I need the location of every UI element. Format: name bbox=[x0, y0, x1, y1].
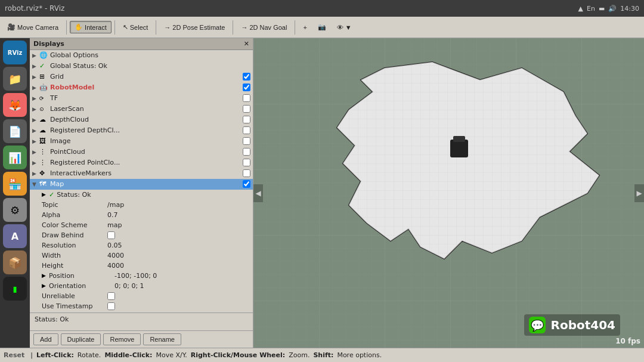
laser-checkbox[interactable] bbox=[243, 105, 250, 113]
volume-icon: 🔊 bbox=[608, 5, 617, 13]
point-cloud-arrow: ▶ bbox=[32, 149, 39, 155]
watermark-text: Robot404 bbox=[550, 318, 615, 332]
reg-depth-icon: ☁ bbox=[39, 126, 49, 134]
displays-tree[interactable]: ▶ 🌐 Global Options ▶ ✓ Global Status: Ok… bbox=[30, 50, 253, 313]
interact-button[interactable]: ✋ Interact bbox=[70, 21, 112, 33]
map-unreliable-checkbox[interactable] bbox=[107, 292, 115, 300]
view-left-arrow[interactable]: ◀ bbox=[253, 184, 263, 202]
image-label: Image bbox=[50, 137, 243, 145]
tree-item-grid[interactable]: ▶ ⊞ Grid bbox=[30, 72, 253, 82]
reg-point-arrow: ▶ bbox=[32, 160, 39, 166]
global-options-label: Global Options bbox=[50, 51, 250, 59]
dock-item-rviz[interactable]: RViz bbox=[3, 41, 27, 64]
map-orientation-key: Orientation bbox=[49, 282, 114, 290]
point-cloud-checkbox[interactable] bbox=[243, 148, 250, 156]
map-status-ok-icon: ✓ bbox=[49, 191, 54, 199]
grid-checkbox[interactable] bbox=[243, 73, 250, 81]
dock-item-terminal[interactable]: ▮ bbox=[3, 277, 27, 301]
dock-item-text[interactable]: 📄 bbox=[3, 119, 27, 143]
dock-item-files[interactable]: 📁 bbox=[3, 67, 27, 91]
3d-view-panel[interactable]: ◀ ▶ 💬 Robot404 10 fps bbox=[253, 38, 644, 348]
extra-tool-button[interactable]: 👁 ▼ bbox=[332, 21, 357, 33]
robot-model-checkbox[interactable] bbox=[243, 83, 250, 91]
map-orientation-val: 0; 0; 0; 1 bbox=[114, 282, 144, 290]
dock-item-firefox[interactable]: 🦊 bbox=[3, 93, 27, 117]
robot-model-icon: 🤖 bbox=[39, 83, 49, 91]
global-status-arrow: ▶ bbox=[32, 63, 39, 69]
dock: RViz 📁 🦊 📄 📊 🏪 ⚙ A 📦 ▮ bbox=[0, 38, 30, 348]
camera-tool-button[interactable]: 📷 bbox=[313, 21, 331, 33]
select-button[interactable]: ↖ Select bbox=[118, 21, 153, 33]
image-checkbox[interactable] bbox=[243, 137, 250, 145]
tf-checkbox[interactable] bbox=[243, 94, 250, 102]
dock-item-package[interactable]: 📦 bbox=[3, 250, 27, 274]
dock-item-spreadsheet[interactable]: 📊 bbox=[3, 146, 27, 169]
move-camera-button[interactable]: 🎥 Move Camera bbox=[2, 21, 63, 33]
laser-label: LaserScan bbox=[50, 105, 243, 113]
fps-counter: 10 fps bbox=[615, 337, 640, 345]
rename-display-button[interactable]: Rename bbox=[143, 333, 181, 345]
nav-goal-button[interactable]: → 2D Nav Goal bbox=[236, 21, 292, 33]
map-status-row[interactable]: ▶ ✓ Status: Ok bbox=[30, 190, 253, 200]
status-text: Status: Ok bbox=[35, 315, 69, 323]
depth-arrow: ▶ bbox=[32, 117, 39, 123]
pose-estimate-button[interactable]: → 2D Pose Estimate bbox=[159, 21, 230, 33]
interactive-icon: ✥ bbox=[39, 169, 49, 177]
tree-item-reg-point[interactable]: ▶ ⋮ Registered PointClo... bbox=[30, 157, 253, 168]
map-unreliable-row: Unreliable bbox=[30, 291, 253, 301]
reg-depth-checkbox[interactable] bbox=[243, 126, 250, 134]
tree-item-robot-model[interactable]: ▶ 🤖 RobotModel bbox=[30, 82, 253, 93]
global-status-label: Global Status: Ok bbox=[50, 62, 250, 70]
right-click-val: Zoom. bbox=[289, 351, 309, 359]
displays-close-button[interactable]: ✕ bbox=[244, 40, 249, 48]
map-draw-behind-checkbox[interactable] bbox=[107, 231, 115, 239]
depth-checkbox[interactable] bbox=[243, 116, 250, 123]
right-click-label: Right-Click/Mouse Wheel: bbox=[191, 351, 285, 359]
toolbar-separator bbox=[66, 20, 67, 35]
left-click-val: Rotate. bbox=[78, 351, 101, 359]
left-click-label: Left-Click: bbox=[36, 351, 74, 359]
tree-item-point-cloud[interactable]: ▶ ⋮ PointCloud bbox=[30, 147, 253, 157]
map-timestamp-checkbox[interactable] bbox=[107, 302, 115, 310]
tree-item-tf[interactable]: ▶ ⟳ TF bbox=[30, 93, 253, 104]
reset-button[interactable]: Reset bbox=[4, 351, 24, 359]
dock-item-store[interactable]: 🏪 bbox=[3, 172, 27, 196]
map-arrow: ▼ bbox=[32, 181, 39, 187]
tree-item-global-options[interactable]: ▶ 🌐 Global Options bbox=[30, 50, 253, 61]
remove-display-button[interactable]: Remove bbox=[103, 333, 141, 345]
nav-icon: → bbox=[241, 24, 247, 31]
map-orientation-row[interactable]: ▶ Orientation 0; 0; 0; 1 bbox=[30, 281, 253, 291]
map-checkbox[interactable] bbox=[243, 180, 250, 188]
window-title: robot.rviz* - RViz bbox=[5, 4, 64, 13]
map-position-row[interactable]: ▶ Position -100; -100; 0 bbox=[30, 271, 253, 281]
svg-rect-8 bbox=[453, 136, 465, 142]
map-draw-behind-key: Draw Behind bbox=[42, 231, 107, 239]
tree-item-map[interactable]: ▼ 🗺 Map bbox=[30, 179, 253, 190]
displays-panel: Displays ✕ ▶ 🌐 Global Options ▶ ✓ Global… bbox=[30, 38, 253, 348]
dock-item-font[interactable]: A bbox=[3, 224, 27, 248]
duplicate-display-button[interactable]: Duplicate bbox=[61, 333, 101, 345]
titlebar: robot.rviz* - RViz ▲ En ▬ 🔊 14:30 bbox=[0, 0, 644, 17]
battery-icon: ▬ bbox=[599, 5, 605, 13]
toolbar-separator-5 bbox=[295, 20, 295, 35]
map-height-val: 4000 bbox=[107, 262, 124, 270]
tree-item-interactive[interactable]: ▶ ✥ InteractiveMarkers bbox=[30, 168, 253, 179]
map-topic-val: /map bbox=[107, 201, 124, 209]
dock-item-settings[interactable]: ⚙ bbox=[3, 198, 27, 222]
tree-item-image[interactable]: ▶ 🖼 Image bbox=[30, 136, 253, 147]
interactive-checkbox[interactable] bbox=[243, 169, 250, 177]
add-display-button[interactable]: Add bbox=[33, 333, 58, 345]
tree-item-depth-cloud[interactable]: ▶ ☁ DepthCloud bbox=[30, 115, 253, 125]
tree-item-reg-depth[interactable]: ▶ ☁ Registered DepthCl... bbox=[30, 125, 253, 136]
tree-item-global-status[interactable]: ▶ ✓ Global Status: Ok bbox=[30, 61, 253, 72]
reg-point-checkbox[interactable] bbox=[243, 159, 250, 166]
map-resolution-val: 0.05 bbox=[107, 242, 122, 249]
tree-item-laser-scan[interactable]: ▶ ⊙ LaserScan bbox=[30, 104, 253, 115]
toolbar-separator-2 bbox=[114, 20, 115, 35]
en-label: En bbox=[587, 5, 595, 13]
view-right-arrow[interactable]: ▶ bbox=[634, 184, 644, 202]
add-tool-button[interactable]: + bbox=[298, 21, 311, 33]
shift-val: More options. bbox=[337, 351, 382, 359]
pose-icon: → bbox=[164, 24, 171, 31]
robot-model-label: RobotModel bbox=[50, 83, 243, 91]
